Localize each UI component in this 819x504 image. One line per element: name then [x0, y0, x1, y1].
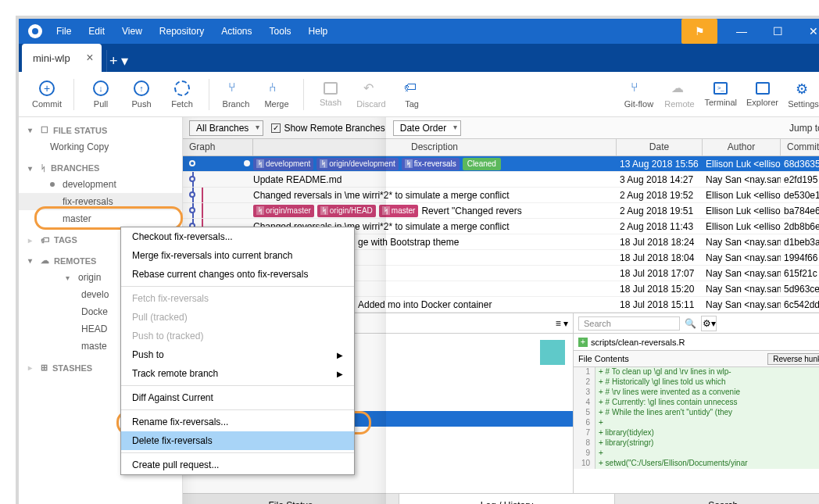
branch-badge: ᛋdevelopment	[253, 158, 313, 170]
commit-date: 2 Aug 2018 11:43	[617, 221, 703, 232]
col-commit[interactable]: Commit	[781, 139, 819, 155]
reverse-hunk-button[interactable]: Reverse hunk	[767, 353, 819, 365]
remote-button[interactable]: ☁Remote	[659, 77, 699, 112]
cm-rename[interactable]: Rename fix-reversals...	[121, 413, 354, 431]
search-icon[interactable]: 🔍	[685, 318, 696, 329]
menu-bar: File Edit View Repository Actions Tools …	[48, 21, 335, 41]
commit-hash: de530e1	[781, 190, 819, 201]
notification-flag-icon[interactable]: ⚑	[681, 19, 717, 44]
commit-button[interactable]: +Commit	[27, 77, 67, 112]
window-minimize-button[interactable]: —	[724, 19, 760, 44]
branches-filter-dropdown[interactable]: All Branches	[189, 120, 263, 136]
cm-create-pr[interactable]: Create pull request...	[121, 456, 354, 474]
commit-hash: 68d3635	[781, 159, 819, 170]
commit-row[interactable]: ᛋdevelopmentᛋorigin/developmentᛋfix-reve…	[183, 156, 819, 172]
show-remote-checkbox[interactable]: ✓Show Remote Branches	[271, 123, 384, 134]
menu-help[interactable]: Help	[301, 21, 336, 41]
diff-line: 5+ # While the lines aren't "untidy" (th…	[574, 408, 819, 418]
tag-icon: 🏷	[404, 80, 420, 96]
col-description[interactable]: Description	[253, 139, 617, 155]
close-tab-icon[interactable]: ×	[86, 51, 93, 65]
commit-row[interactable]: Changed reversals in \me wirri*2* to sim…	[183, 188, 819, 203]
gitflow-button[interactable]: ⑂Git-flow	[618, 77, 659, 112]
tab-file-status[interactable]: File Status	[183, 494, 399, 504]
menu-tools[interactable]: Tools	[262, 21, 299, 41]
commit-author: Nay San <nay.san@	[703, 252, 781, 263]
order-dropdown[interactable]: Date Order	[393, 120, 461, 136]
commit-hash: e2fd195	[781, 174, 819, 185]
commit-hash: 1994f66	[781, 252, 819, 263]
sidebar-branches-heading[interactable]: ▾ᛋ BRANCHES	[19, 155, 182, 176]
commit-desc-text: Changed reversals in \me wirri*2* to sim…	[253, 190, 509, 201]
explorer-button[interactable]: Explorer	[742, 79, 783, 110]
col-date[interactable]: Date	[617, 139, 703, 155]
added-file-icon: +	[578, 338, 588, 347]
commit-row[interactable]: ᛋorigin/masterᛋorigin/HEADᛋmasterRevert …	[183, 203, 819, 219]
remote-icon: ☁	[671, 80, 687, 96]
sidebar-working-copy[interactable]: Working Copy	[19, 138, 182, 155]
cm-track[interactable]: Track remote branch▶	[121, 364, 354, 383]
tag-button[interactable]: 🏷Tag	[392, 77, 432, 112]
commit-author: Nay San <nay.san@	[703, 237, 781, 248]
stash-button[interactable]: Stash	[310, 79, 351, 110]
col-author[interactable]: Author	[703, 139, 781, 155]
diff-line: 7+ library(tidylex)	[574, 428, 819, 438]
window-maximize-button[interactable]: ☐	[760, 19, 796, 44]
settings-button[interactable]: ⚙Settings	[783, 77, 819, 112]
discard-button[interactable]: ↶Discard	[351, 77, 392, 112]
commit-hash: 615f21c	[781, 268, 819, 279]
commit-row[interactable]: Update README.md3 Aug 2018 14:27Nay San …	[183, 172, 819, 188]
menu-repository[interactable]: Repository	[152, 21, 212, 41]
commit-desc-text: Update README.md	[253, 174, 342, 185]
commit-hash: 2db8b6e	[781, 221, 819, 232]
new-tab-button[interactable]: + ▾	[106, 50, 131, 72]
commit-hash: ba784e6	[781, 206, 819, 216]
cm-checkout[interactable]: Checkout fix-reversals...	[121, 227, 354, 246]
branch-icon: ⑂	[228, 80, 244, 96]
sidebar-branch-master[interactable]: master	[19, 210, 182, 227]
tab-search[interactable]: Search	[615, 494, 819, 504]
repo-tab[interactable]: mini-wlp ×	[22, 44, 102, 72]
file-diff-panel: Search 🔍 ⚙▾ + scripts/clean-reversals.R …	[574, 313, 819, 493]
push-button[interactable]: ↑Push	[121, 77, 162, 112]
jump-to-label[interactable]: Jump to:	[789, 123, 819, 134]
menu-edit[interactable]: Edit	[80, 21, 113, 41]
status-badge: Cleaned	[463, 158, 501, 170]
toolbar: +Commit ↓Pull ↑Push Fetch ⑂Branch ⑃Merge…	[19, 72, 819, 117]
search-input[interactable]: Search	[578, 316, 680, 331]
merge-button[interactable]: ⑃Merge	[256, 77, 297, 112]
sidebar-branch-development[interactable]: development	[19, 176, 182, 193]
fetch-button[interactable]: Fetch	[162, 77, 202, 112]
terminal-icon: >_	[713, 82, 728, 95]
push-icon: ↑	[134, 80, 149, 96]
settings-icon: ⚙	[796, 80, 811, 96]
list-view-icon[interactable]: ≡ ▾	[556, 318, 568, 329]
pull-button[interactable]: ↓Pull	[80, 77, 121, 112]
cm-rebase[interactable]: Rebase current changes onto fix-reversal…	[121, 265, 354, 284]
cm-diff[interactable]: Diff Against Current	[121, 388, 354, 407]
file-contents-label: File Contents	[578, 354, 629, 363]
commit-author: Nay San <nay.san@	[703, 174, 781, 185]
diff-line: 1+ # To clean up \gl and \rv lines in wl…	[574, 367, 819, 377]
sidebar-file-status-heading[interactable]: ▾☐ FILE STATUS	[19, 117, 182, 138]
branch-badge: ᛋorigin/development	[317, 158, 399, 170]
commit-desc-text: Added mo into Docker container	[358, 299, 492, 310]
branch-button[interactable]: ⑂Branch	[216, 77, 256, 112]
menu-file[interactable]: File	[48, 21, 79, 41]
cm-delete[interactable]: Delete fix-reversals	[121, 431, 354, 450]
commit-date: 2 Aug 2018 19:52	[617, 190, 703, 201]
sidebar-branch-fix-reversals[interactable]: fix-reversals	[19, 193, 182, 210]
window-close-button[interactable]: ✕	[796, 19, 819, 44]
col-graph[interactable]: Graph	[183, 139, 253, 155]
diff-settings-button[interactable]: ⚙▾	[701, 316, 717, 331]
menu-actions[interactable]: Actions	[213, 21, 259, 41]
menu-view[interactable]: View	[114, 21, 150, 41]
current-branch-dot-icon	[50, 182, 55, 187]
tab-log-history[interactable]: Log / History	[399, 494, 616, 504]
cm-merge[interactable]: Merge fix-reversals into current branch	[121, 246, 354, 265]
terminal-button[interactable]: >_Terminal	[699, 79, 742, 110]
cm-pushto[interactable]: Push to▶	[121, 345, 354, 364]
commit-author: Ellison Luk <ellisor	[703, 221, 781, 232]
explorer-icon	[756, 82, 770, 95]
diff-view: 1+ # To clean up \gl and \rv lines in wl…	[574, 367, 819, 469]
